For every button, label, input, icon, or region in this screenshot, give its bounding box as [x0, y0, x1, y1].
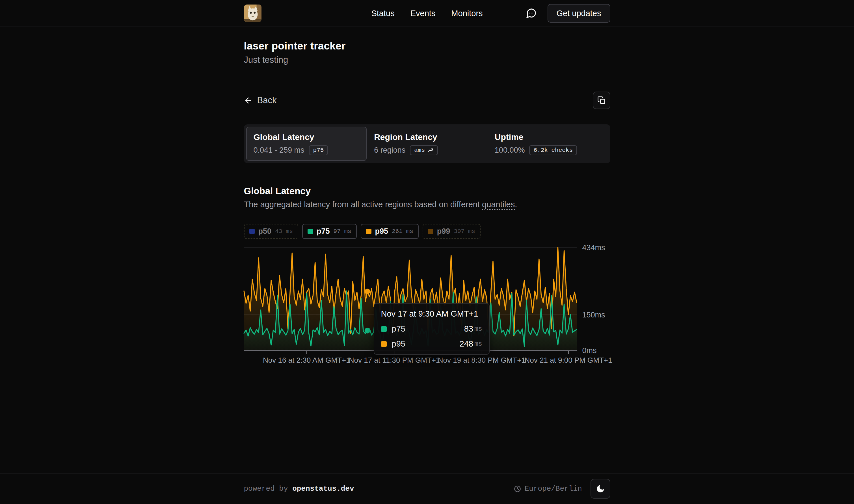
legend-chip-p50[interactable]: p50 43 ms: [244, 224, 298, 239]
chart-legend: p50 43 ms p75 97 ms p95 261 ms p99 307 m…: [244, 224, 610, 239]
x-axis-label: Nov 19 at 8:30 PM GMT+1: [438, 356, 526, 365]
openstatus-link[interactable]: openstatus.dev: [292, 485, 354, 493]
tooltip-series-name: p75: [392, 324, 405, 334]
p99-swatch: [428, 229, 433, 234]
timezone-label: Europe/Berlin: [525, 485, 582, 493]
copy-link-button[interactable]: [593, 92, 610, 109]
region-badge: ams: [410, 145, 438, 155]
x-axis: Nov 16 at 2:30 AM GMT+1Nov 17 at 11:30 P…: [244, 356, 577, 366]
top-navbar: Status Events Monitors Get updates: [0, 0, 854, 27]
tooltip-value: 83: [464, 324, 473, 334]
chip-value: 97 ms: [333, 228, 351, 235]
theme-toggle-button[interactable]: [590, 479, 610, 499]
legend-chip-p99[interactable]: p99 307 ms: [423, 224, 480, 239]
p75-swatch: [308, 229, 313, 234]
tab-title: Uptime: [495, 132, 601, 142]
chip-value: 43 ms: [275, 228, 293, 235]
y-axis-label: 434ms: [582, 244, 605, 252]
toolbar-row: Back: [244, 92, 610, 109]
chip-label: p75: [316, 227, 330, 236]
p95-swatch: [381, 341, 387, 347]
nav-link-status[interactable]: Status: [371, 9, 394, 18]
cat-logo-icon: [244, 4, 261, 22]
tooltip-timestamp: Nov 17 at 9:30 AM GMT+1: [381, 309, 482, 319]
x-axis-label: Nov 21 at 9:00 PM GMT+1: [525, 356, 612, 365]
chart-tooltip: Nov 17 at 9:30 AM GMT+1 p75 83 ms p95 24…: [374, 303, 490, 355]
feedback-button[interactable]: [523, 5, 539, 21]
timezone: Europe/Berlin: [514, 485, 582, 493]
tab-title: Global Latency: [254, 132, 360, 142]
tooltip-row-p95: p95 248 ms: [381, 339, 482, 348]
tab-uptime[interactable]: Uptime 100.00% 6.2k checks: [487, 127, 608, 161]
powered-by: powered by openstatus.dev: [244, 485, 354, 493]
back-link[interactable]: Back: [244, 95, 277, 105]
get-updates-button[interactable]: Get updates: [548, 4, 610, 23]
p50-swatch: [249, 229, 255, 234]
section-description: The aggregated latency from all active r…: [244, 200, 610, 209]
back-label: Back: [257, 95, 277, 105]
tab-value: 0.041 - 259 ms: [254, 146, 305, 155]
quantile-badge: p75: [309, 145, 328, 155]
checks-badge: 6.2k checks: [529, 145, 577, 155]
x-axis-label: Nov 17 at 11:30 PM GMT+1: [349, 356, 440, 365]
legend-chip-p75[interactable]: p75 97 ms: [302, 224, 357, 239]
tooltip-row-p75: p75 83 ms: [381, 324, 482, 334]
tab-title: Region Latency: [374, 132, 480, 142]
tab-global-latency[interactable]: Global Latency 0.041 - 259 ms p75: [246, 127, 367, 161]
arrow-left-icon: [244, 96, 253, 105]
tooltip-series-name: p95: [392, 339, 405, 348]
chip-value: 307 ms: [454, 228, 475, 235]
copy-icon: [597, 96, 606, 105]
latency-chart: Nov 17 at 9:30 AM GMT+1 p75 83 ms p95 24…: [244, 247, 610, 369]
y-axis-label: 150ms: [582, 311, 605, 320]
nav-link-events[interactable]: Events: [411, 9, 436, 18]
tab-region-latency[interactable]: Region Latency 6 regions ams: [367, 127, 487, 161]
trending-up-icon: [428, 147, 434, 154]
y-axis-label: 0ms: [582, 346, 597, 355]
page-subtitle: Just testing: [244, 55, 610, 65]
tooltip-unit: ms: [474, 340, 482, 348]
summary-tabs: Global Latency 0.041 - 259 ms p75 Region…: [244, 124, 610, 163]
site-logo[interactable]: [244, 4, 261, 22]
x-axis-label: Nov 16 at 2:30 AM GMT+1: [263, 356, 350, 365]
section-title: Global Latency: [244, 186, 610, 196]
clock-icon: [514, 485, 521, 493]
footer: powered by openstatus.dev Europe/Berlin: [0, 473, 854, 504]
chip-value: 261 ms: [392, 228, 413, 235]
tab-value: 100.00%: [495, 146, 525, 155]
main-content: laser pointer tracker Just testing Back …: [244, 27, 610, 369]
quantiles-link[interactable]: quantiles: [482, 200, 515, 209]
tab-value: 6 regions: [374, 146, 405, 155]
p75-swatch: [381, 326, 387, 332]
chart-plot-area[interactable]: Nov 17 at 9:30 AM GMT+1 p75 83 ms p95 24…: [244, 247, 577, 354]
chip-label: p95: [375, 227, 388, 236]
tooltip-unit: ms: [474, 325, 482, 333]
y-axis: 434ms 150ms 0ms: [582, 247, 610, 350]
p95-swatch: [366, 229, 371, 234]
page-title: laser pointer tracker: [244, 40, 610, 52]
chat-bubble-icon: [526, 7, 537, 19]
nav-link-monitors[interactable]: Monitors: [451, 9, 483, 18]
chip-label: p99: [437, 227, 450, 236]
chip-label: p50: [258, 227, 272, 236]
tooltip-value: 248: [460, 339, 473, 348]
moon-icon: [596, 484, 605, 493]
legend-chip-p95[interactable]: p95 261 ms: [361, 224, 419, 239]
nav-links: Status Events Monitors: [371, 9, 483, 18]
nav-actions: Get updates: [523, 4, 610, 23]
